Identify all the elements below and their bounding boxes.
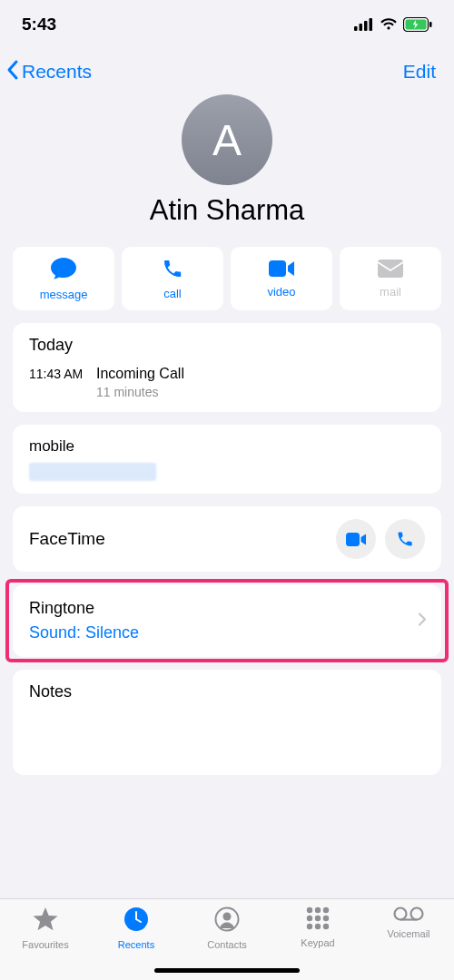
person-icon <box>214 906 240 936</box>
svg-rect-1 <box>360 24 363 31</box>
tab-label: Voicemail <box>387 928 429 939</box>
call-duration: 11 minutes <box>96 385 184 399</box>
tab-label: Keypad <box>301 937 334 948</box>
video-button[interactable]: video <box>231 247 332 310</box>
phone-number-redacted <box>29 463 156 481</box>
svg-rect-9 <box>346 533 360 546</box>
contact-name: Atin Sharma <box>150 194 305 227</box>
tab-label: Contacts <box>207 939 246 950</box>
battery-charging-icon <box>403 17 432 32</box>
action-row: message call video mail <box>0 227 454 323</box>
mail-label: mail <box>380 285 401 299</box>
call-log-card: Today 11:43 AM Incoming Call 11 minutes <box>13 323 441 412</box>
chevron-right-icon <box>418 611 427 632</box>
contact-header: A Atin Sharma <box>0 94 454 227</box>
message-button[interactable]: message <box>13 247 114 310</box>
facetime-audio-button[interactable] <box>385 519 425 559</box>
svg-point-15 <box>323 907 329 913</box>
cellular-icon <box>354 18 374 31</box>
call-log-entry: 11:43 AM Incoming Call 11 minutes <box>29 366 425 399</box>
svg-rect-8 <box>378 260 403 278</box>
chevron-left-icon <box>5 59 20 85</box>
notes-label: Notes <box>29 682 425 701</box>
back-label: Recents <box>22 61 92 83</box>
tab-label: Favourites <box>22 939 68 950</box>
svg-point-20 <box>315 924 321 929</box>
svg-point-23 <box>411 908 423 920</box>
facetime-label: FaceTime <box>29 529 105 549</box>
mail-button: mail <box>340 247 441 310</box>
ringtone-value: Sound: Silence <box>29 623 425 642</box>
video-icon <box>269 260 294 281</box>
facetime-video-button[interactable] <box>336 519 376 559</box>
phone-number-card[interactable]: mobile <box>13 425 441 494</box>
back-button[interactable]: Recents <box>5 59 92 85</box>
svg-rect-2 <box>364 21 368 31</box>
nav-bar: Recents Edit <box>0 49 454 94</box>
wifi-icon <box>380 18 398 31</box>
phone-label: mobile <box>29 437 425 456</box>
call-label: call <box>163 287 182 300</box>
svg-point-21 <box>323 924 329 929</box>
keypad-icon <box>306 906 330 934</box>
facetime-card: FaceTime <box>13 506 441 572</box>
home-indicator <box>154 968 300 973</box>
video-label: video <box>267 285 295 299</box>
notes-card[interactable]: Notes <box>13 670 441 775</box>
tab-voicemail[interactable]: Voicemail <box>363 906 454 980</box>
svg-rect-6 <box>429 22 432 27</box>
call-log-heading: Today <box>29 336 425 355</box>
voicemail-icon <box>393 906 424 925</box>
avatar[interactable]: A <box>182 94 272 185</box>
tab-label: Recents <box>118 939 154 950</box>
svg-point-22 <box>395 908 407 920</box>
avatar-initial: A <box>212 115 242 165</box>
svg-rect-3 <box>370 18 373 31</box>
message-icon <box>50 257 77 284</box>
call-time: 11:43 AM <box>29 367 85 381</box>
svg-point-16 <box>307 916 312 921</box>
edit-button[interactable]: Edit <box>403 61 445 83</box>
call-button[interactable]: call <box>122 247 223 310</box>
ringtone-label: Ringtone <box>29 599 425 618</box>
message-label: message <box>40 288 88 301</box>
svg-point-18 <box>323 916 329 921</box>
status-bar: 5:43 <box>0 0 454 49</box>
phone-icon <box>162 258 183 283</box>
call-type: Incoming Call <box>96 366 184 382</box>
svg-point-12 <box>223 913 232 921</box>
ringtone-row[interactable]: Ringtone Sound: Silence <box>13 584 441 657</box>
tab-favourites[interactable]: Favourites <box>0 906 91 980</box>
phone-icon <box>396 530 414 548</box>
mail-icon <box>378 260 403 281</box>
svg-point-14 <box>315 907 321 913</box>
status-icons <box>354 17 432 32</box>
svg-point-17 <box>315 916 321 921</box>
clock-icon <box>123 906 149 936</box>
video-icon <box>346 533 366 546</box>
svg-point-19 <box>307 924 312 929</box>
star-icon <box>32 906 59 936</box>
svg-rect-0 <box>354 26 358 31</box>
status-time: 5:43 <box>22 15 56 34</box>
svg-rect-7 <box>269 260 286 277</box>
svg-point-13 <box>307 907 312 913</box>
